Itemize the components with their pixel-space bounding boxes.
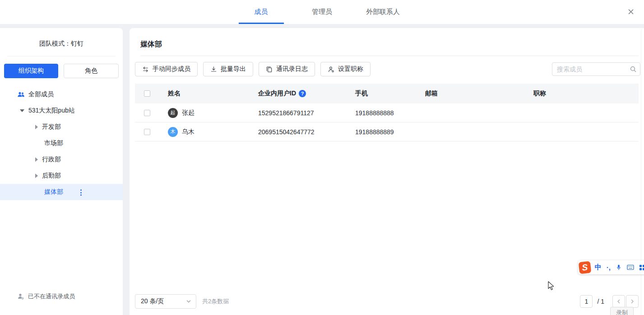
tree-item-market-dept[interactable]: 市场部	[0, 135, 123, 151]
select-all-checkbox[interactable]	[144, 90, 150, 97]
caret-right-icon[interactable]	[35, 157, 38, 162]
roles-button[interactable]: 角色	[64, 64, 119, 78]
tree-item-label: 行政部	[42, 155, 61, 164]
tree-item-label: 全部成员	[28, 90, 54, 99]
caret-right-icon[interactable]	[35, 125, 38, 129]
download-icon	[210, 66, 217, 73]
ime-language-toggle[interactable]: 中	[595, 263, 602, 272]
screen-record-badge: 录制	[610, 307, 634, 315]
team-mode-label: 团队模式：钉钉	[0, 28, 123, 56]
pagination: 1 / 1	[580, 295, 639, 308]
member-user-id: 2069515042647772	[249, 128, 346, 136]
contact-log-button[interactable]: 通讯录日志	[259, 62, 315, 76]
header-email: 邮箱	[416, 89, 524, 98]
row-checkbox[interactable]	[144, 110, 150, 116]
header-user-id: 企业内用户ID ?	[249, 89, 346, 98]
ime-more-icon[interactable]	[639, 264, 644, 271]
chevron-down-icon	[186, 299, 191, 304]
caret-down-icon[interactable]	[20, 109, 24, 112]
tree-item-label: 531大太阳pub站	[28, 107, 75, 115]
ime-punctuation-toggle[interactable]: ·,	[607, 263, 611, 271]
person-settings-icon	[328, 66, 334, 73]
avatar: 木	[168, 127, 178, 137]
tree-item-all-members[interactable]: 全部成员	[0, 86, 123, 103]
removed-person-icon	[17, 293, 24, 300]
member-name-cell: 木 乌木	[158, 127, 249, 137]
tree-item-label: 开发部	[42, 123, 61, 131]
member-user-id: 1529521866791127	[249, 109, 346, 117]
total-pages-label: / 1	[597, 298, 604, 305]
tree-item-logistics-dept[interactable]: 后勤部	[0, 168, 123, 184]
member-search	[552, 62, 640, 76]
member-phone: 19188888889	[346, 128, 416, 136]
search-icon[interactable]	[630, 66, 637, 73]
search-input[interactable]	[552, 62, 640, 76]
tab-members[interactable]: 成员	[239, 0, 284, 24]
caret-placeholder	[35, 143, 40, 144]
help-icon[interactable]: ?	[299, 90, 306, 97]
tree-item-company[interactable]: 531大太阳pub站	[0, 103, 123, 119]
batch-export-button[interactable]: 批量导出	[203, 62, 253, 76]
sogou-logo-icon[interactable]: S	[579, 261, 591, 274]
member-name: 乌木	[182, 128, 195, 136]
tab-external-contacts-label: 外部联系人	[366, 8, 400, 15]
sidebar-toggle-group: 组织架构 角色	[0, 56, 123, 82]
row-checkbox[interactable]	[144, 129, 150, 135]
member-name: 张起	[182, 109, 195, 117]
table-header-row: 姓名 企业内用户ID ? 手机 邮箱 职称	[135, 84, 639, 103]
log-icon	[266, 66, 273, 73]
set-job-title-label: 设置职称	[338, 65, 363, 73]
contact-log-label: 通讯录日志	[276, 65, 308, 73]
current-page-box[interactable]: 1	[580, 295, 593, 308]
people-group-icon	[17, 91, 25, 99]
removed-members-label: 已不在通讯录成员	[28, 292, 75, 301]
tab-admins[interactable]: 管理员	[300, 0, 345, 24]
caret-placeholder	[35, 192, 40, 193]
manual-sync-button[interactable]: 手动同步成员	[135, 62, 198, 76]
sidebar: 团队模式：钉钉 组织架构 角色 全部成员 531大太阳pub站 开发部	[0, 28, 123, 315]
org-structure-button[interactable]: 组织架构	[4, 64, 58, 78]
member-name-cell: 起 张起	[158, 108, 249, 118]
tree-item-label: 市场部	[44, 139, 63, 147]
tree-item-dev-dept[interactable]: 开发部	[0, 119, 123, 135]
tree-item-admin-dept[interactable]: 行政部	[0, 151, 123, 168]
chevron-right-icon	[630, 299, 635, 304]
tab-active-underline	[239, 23, 284, 24]
record-label: 录制	[616, 309, 628, 315]
ime-toolbar: S 中 ·,	[578, 260, 644, 274]
header-name: 姓名	[158, 89, 249, 98]
chevron-left-icon	[616, 299, 621, 304]
removed-members-link[interactable]: 已不在通讯录成员	[0, 292, 123, 301]
virtual-keyboard-icon[interactable]	[627, 264, 634, 270]
page-size-value: 20 条/页	[141, 297, 164, 306]
main-panel: 媒体部 手动同步成员 批量导出 通讯录日志	[130, 28, 644, 315]
prev-page-button[interactable]	[612, 295, 625, 308]
set-job-title-button[interactable]: 设置职称	[320, 62, 371, 76]
header-phone: 手机	[346, 89, 416, 98]
toolbar: 手动同步成员 批量导出 通讯录日志 设置职称	[130, 56, 644, 82]
sync-icon	[142, 66, 149, 73]
microphone-icon[interactable]	[616, 264, 622, 271]
close-icon[interactable]	[624, 5, 638, 19]
top-bar: 成员 管理员 外部联系人	[0, 0, 644, 24]
tree-item-media-dept[interactable]: 媒体部	[0, 184, 123, 200]
tab-group: 成员 管理员 外部联系人	[239, 0, 406, 24]
page-title: 媒体部	[130, 28, 644, 56]
table-footer: 20 条/页 共2条数据 1 / 1	[135, 294, 639, 309]
org-management-window: { "header": { "tabs": [ { "label": "成员",…	[0, 0, 644, 315]
table-row[interactable]: 木 乌木 2069515042647772 19188888889	[135, 122, 639, 141]
page-size-select[interactable]: 20 条/页	[135, 294, 196, 309]
batch-export-label: 批量导出	[221, 65, 246, 73]
caret-right-icon[interactable]	[35, 174, 38, 178]
tab-admins-label: 管理员	[312, 8, 332, 15]
org-tree: 全部成员 531大太阳pub站 开发部 市场部 行政部 后勤部 媒体部	[0, 86, 123, 200]
tab-external-contacts[interactable]: 外部联系人	[361, 0, 406, 24]
next-page-button[interactable]	[626, 295, 639, 308]
total-count-label: 共2条数据	[202, 297, 229, 306]
avatar: 起	[168, 108, 178, 118]
manual-sync-label: 手动同步成员	[153, 65, 190, 73]
more-actions-icon[interactable]	[79, 188, 83, 197]
tree-item-label: 后勤部	[42, 172, 61, 180]
tab-members-label: 成员	[255, 8, 268, 15]
table-row[interactable]: 起 张起 1529521866791127 19188888888	[135, 103, 639, 122]
